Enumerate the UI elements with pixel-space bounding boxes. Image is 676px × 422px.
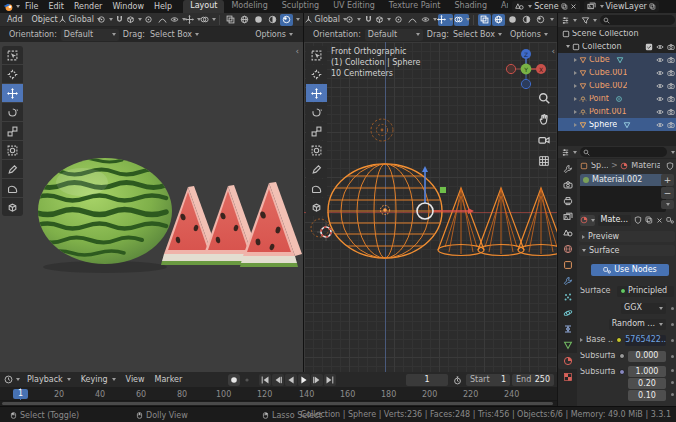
object-visibility-dropdown[interactable] <box>171 14 185 26</box>
shading-solid-button[interactable] <box>506 14 519 26</box>
keying-set-button[interactable] <box>241 374 253 386</box>
pivot-point-dropdown[interactable] <box>98 14 112 26</box>
play-reverse-button[interactable] <box>285 374 297 386</box>
surface-panel-header[interactable]: Surface <box>579 245 675 256</box>
tab-physics[interactable] <box>558 305 577 321</box>
tool-move[interactable] <box>2 84 23 102</box>
base-color-value-field[interactable]: 5765422.. <box>625 335 666 346</box>
expand-icon[interactable] <box>574 84 577 88</box>
tool-scale[interactable] <box>306 122 327 140</box>
shading-material-button[interactable] <box>520 14 533 26</box>
tool-transform[interactable] <box>2 141 23 159</box>
snap-toggle[interactable] <box>113 14 126 26</box>
outliner-search-input[interactable] <box>600 15 675 25</box>
outliner-row-cube-001[interactable]: Cube.001 <box>558 66 676 79</box>
tab-animation[interactable]: Animation <box>494 0 508 13</box>
add-slot-button[interactable]: + <box>661 174 674 186</box>
render-visibility-icon[interactable] <box>667 69 675 77</box>
add-menu[interactable]: Add <box>3 16 27 24</box>
timeline-editor-dropdown[interactable] <box>3 374 21 386</box>
editor-type-dropdown[interactable] <box>560 146 578 158</box>
pivot-point-dropdown[interactable] <box>345 14 360 26</box>
tool-annotate[interactable] <box>2 160 23 178</box>
distribution-dropdown[interactable]: GGX <box>621 303 666 314</box>
scene-selector[interactable]: Scene <box>512 1 579 12</box>
transform-orientation-dropdown[interactable]: Global <box>307 14 344 26</box>
hide-eye-icon[interactable] <box>656 69 664 77</box>
tool-scale[interactable] <box>2 122 23 140</box>
marker-menu[interactable]: Marker <box>151 376 187 384</box>
tab-layout[interactable]: Layout <box>183 0 224 13</box>
play-button[interactable] <box>298 374 310 386</box>
hide-eye-icon[interactable] <box>656 82 664 90</box>
jump-to-end-button[interactable] <box>324 374 336 386</box>
tool-select-box[interactable] <box>2 46 23 64</box>
scene-name[interactable]: Scene <box>534 3 558 11</box>
timeline-ruler[interactable]: 20 40 60 80 100 120 140 160 180 200 220 … <box>0 388 557 401</box>
tool-measure[interactable] <box>306 179 327 197</box>
tab-material[interactable] <box>558 353 577 369</box>
expand-icon[interactable] <box>574 97 577 101</box>
expand-icon[interactable] <box>574 71 577 75</box>
unlink-material-icon[interactable] <box>656 217 663 224</box>
decorator-dot[interactable] <box>671 381 674 384</box>
preview-panel-header[interactable]: Preview <box>579 231 675 242</box>
expand-icon[interactable] <box>566 45 570 48</box>
scene-unlink-icon[interactable] <box>570 3 577 10</box>
radius-b-field[interactable]: 0.10 <box>628 390 666 401</box>
keying-menu[interactable]: Keying <box>77 376 120 384</box>
properties-search-input[interactable] <box>580 147 667 157</box>
use-nodes-button[interactable]: Use Nodes <box>591 264 669 276</box>
expand-icon[interactable] <box>574 58 577 62</box>
proportional-edit-toggle[interactable] <box>392 14 405 26</box>
decorator-dot[interactable] <box>671 393 674 396</box>
render-visibility-icon[interactable] <box>667 108 675 116</box>
view-menu[interactable]: View <box>122 376 149 384</box>
tool-rotate[interactable] <box>306 103 327 121</box>
end-frame-field[interactable]: End 250 <box>512 374 554 386</box>
tool-transform[interactable] <box>306 141 327 159</box>
auto-keying-button[interactable] <box>228 374 240 386</box>
render-visibility-icon[interactable] <box>667 43 675 51</box>
outliner-row-collection[interactable]: Collection <box>558 40 676 53</box>
tab-constraints[interactable] <box>558 321 577 337</box>
material-slot-list[interactable]: Material.002 <box>580 174 666 212</box>
breadcrumb-data[interactable]: Materia <box>631 162 660 170</box>
tab-particles[interactable] <box>558 289 577 305</box>
tool-add-primitive[interactable] <box>306 198 327 216</box>
shading-rendered-button[interactable] <box>534 14 547 26</box>
decorator-dot[interactable] <box>671 355 674 358</box>
current-frame-field[interactable]: 1 <box>406 374 448 386</box>
proportional-falloff-dropdown[interactable] <box>406 14 419 26</box>
tool-move[interactable] <box>306 84 327 102</box>
breadcrumb-object[interactable]: Sp... <box>591 162 608 170</box>
menu-file[interactable]: File <box>20 3 43 11</box>
orientation-select[interactable]: Default <box>365 29 423 41</box>
outliner-row-scene-collection[interactable]: Scene Collection <box>558 27 676 40</box>
tool-cursor[interactable] <box>2 65 23 83</box>
decorator-dot[interactable] <box>671 323 674 326</box>
tab-texture-paint[interactable]: Texture Paint <box>382 0 448 13</box>
decorator-dot[interactable] <box>671 307 674 310</box>
fake-user-icon[interactable] <box>634 216 642 224</box>
menu-edit[interactable]: Edit <box>43 3 69 11</box>
tab-object-data[interactable] <box>558 337 577 353</box>
tab-sculpting[interactable]: Sculpting <box>275 0 326 13</box>
hide-eye-icon[interactable] <box>656 121 664 129</box>
gizmos-toggle[interactable] <box>438 14 453 26</box>
decorator-dot[interactable] <box>671 339 674 342</box>
material-name-field[interactable]: Mate... <box>598 215 632 226</box>
object-visibility-dropdown[interactable] <box>421 14 436 26</box>
drag-select[interactable]: Select Box <box>149 29 200 41</box>
hide-eye-icon[interactable] <box>656 108 664 116</box>
render-visibility-icon[interactable] <box>667 56 675 64</box>
tab-modifiers[interactable] <box>558 273 577 289</box>
tool-rotate[interactable] <box>2 103 23 121</box>
snap-settings-dropdown[interactable] <box>127 14 141 26</box>
outliner-row-cube[interactable]: Cube <box>558 53 676 66</box>
options-dropdown[interactable]: Options <box>254 29 294 41</box>
proportional-edit-toggle[interactable] <box>142 14 155 26</box>
tool-select-box[interactable] <box>306 46 327 64</box>
surface-shader-dropdown[interactable]: Principled <box>617 286 674 297</box>
render-visibility-icon[interactable] <box>667 95 675 103</box>
